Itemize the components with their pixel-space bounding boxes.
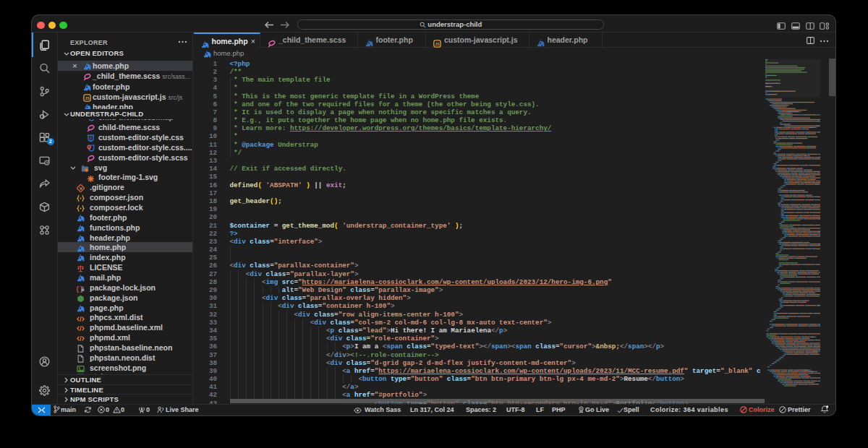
svg-text:JS: JS [435, 42, 440, 46]
svg-text:JS: JS [85, 96, 90, 100]
